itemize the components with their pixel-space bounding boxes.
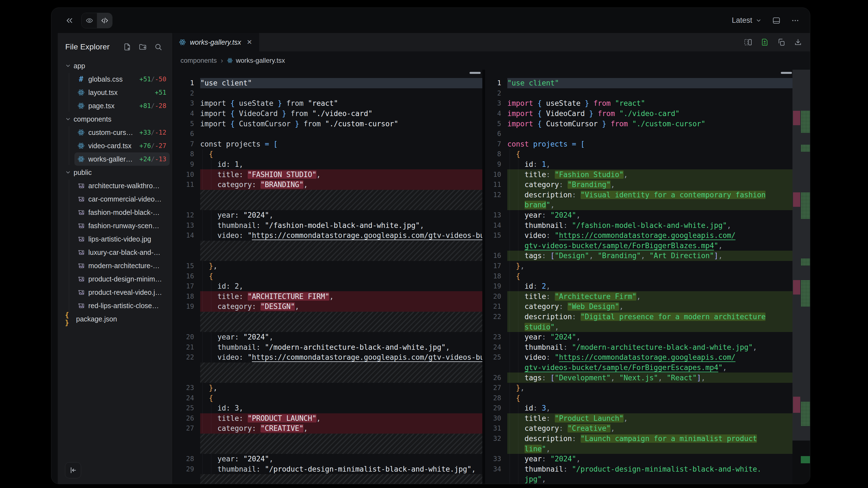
code-line: 3import { useState } from "react"	[173, 98, 482, 108]
file-tree-item-red-lips-artistic-close-[interactable]: red-lips-artistic-close…	[74, 299, 169, 312]
copy-code-button[interactable]	[777, 38, 785, 46]
pane-divider[interactable]	[482, 70, 485, 484]
image-file-icon	[77, 288, 85, 296]
panel-layout-button[interactable]	[772, 17, 780, 25]
diff-stats: +76/-27	[140, 142, 166, 149]
indent-guide	[518, 464, 519, 475]
diff-stats: +33/-12	[140, 129, 166, 136]
folder-plus-icon	[138, 43, 147, 51]
file-tree-item-product-reveal-video.j-[interactable]: product-reveal-video.j…	[74, 286, 169, 299]
diff-ruler-mark-greendark	[801, 456, 810, 463]
line-content: gtv-videos-bucket/sample/ForBiggerEscape…	[507, 362, 793, 373]
folder-row-public[interactable]: public	[62, 166, 169, 179]
indent-guide	[509, 464, 510, 475]
file-name: custom-curs…	[88, 129, 136, 137]
folder-name: components	[73, 115, 166, 123]
file-tree-item-custom-curs-[interactable]: custom-curs…+33/-12	[74, 126, 169, 139]
indent-guide	[203, 261, 203, 271]
file-tree-item-car-commercial-video-[interactable]: car-commercial-video…	[74, 192, 169, 206]
diff-view-button[interactable]	[761, 38, 769, 46]
folder-row-components[interactable]: components	[62, 112, 169, 126]
line-number: 33	[485, 455, 507, 463]
file-tree-item-fashion-runway-scen-[interactable]: fashion-runway-scen…	[74, 219, 169, 232]
file-tree-item-works-galler-[interactable]: works-galler…+24/-13	[74, 153, 169, 166]
close-tab-icon[interactable]: ✕	[247, 38, 252, 46]
file-tree-item-video-card.tsx[interactable]: video-card.tsx+76/-27	[74, 139, 169, 153]
new-folder-button[interactable]	[138, 43, 147, 51]
code-line: 20 title: "Architecture Firm",	[485, 291, 793, 301]
indent-guide	[203, 383, 203, 393]
file-diff-icon	[761, 38, 769, 46]
file-explorer-title: File Explorer	[65, 42, 110, 51]
version-dropdown[interactable]: Latest	[732, 16, 762, 25]
search-files-button[interactable]	[154, 43, 162, 51]
more-options-button[interactable]	[791, 17, 799, 25]
new-file-button[interactable]	[123, 43, 131, 51]
diff-alignment-filler	[200, 241, 482, 261]
preview-eye-toggle[interactable]	[82, 13, 97, 28]
folder-row-app[interactable]: app	[62, 59, 169, 72]
line-number: 16	[173, 272, 200, 280]
download-button[interactable]	[794, 38, 802, 46]
indent-guide	[518, 159, 519, 170]
indent-guide	[203, 423, 203, 433]
code-line: 3import { useState } from "react"	[485, 98, 793, 108]
file-tree-item-fashion-model-black-[interactable]: fashion-model-black-…	[74, 206, 169, 219]
file-tree-item-modern-architecture-[interactable]: modern-architecture-…	[74, 259, 169, 272]
diff-overview-ruler[interactable]	[793, 70, 810, 484]
line-number: 23	[485, 333, 507, 341]
line-number: 31	[485, 424, 507, 432]
code-line: 24 thumbnail: "/modern-architecture-blac…	[485, 342, 793, 352]
chevron-down-icon	[65, 63, 71, 69]
indent-guide	[509, 190, 510, 200]
indent-guide	[203, 149, 203, 159]
line-content: year: "2024",	[507, 332, 793, 342]
file-tree-item-architecture-walkthro-[interactable]: architecture-walkthro…	[74, 179, 169, 192]
indent-guide	[518, 210, 519, 220]
file-tree-item-lips-artistic-video.jpg[interactable]: lips-artistic-video.jpg	[74, 232, 169, 246]
window-left-gutter	[51, 33, 58, 484]
folder-name: app	[73, 62, 166, 70]
code-line: 24 {	[173, 393, 482, 403]
line-content: thumbnail: "/fashion-model-black-and-whi…	[200, 220, 482, 230]
file-name: fashion-runway-scen…	[88, 222, 166, 230]
line-content: },	[200, 383, 482, 393]
line-content	[200, 88, 482, 99]
line-content: title: "Fashion Studio",	[507, 169, 793, 180]
file-tree-item-globals.css[interactable]: #globals.css+51/-50	[74, 72, 169, 86]
tab-works-gallery[interactable]: works-gallery.tsx ✕	[173, 33, 259, 51]
horizontal-scrollbar-thumb[interactable]	[469, 72, 480, 74]
indent-guide	[509, 200, 510, 210]
file-name: architecture-walkthro…	[88, 182, 166, 190]
breadcrumb-components[interactable]: components	[181, 57, 217, 64]
line-content: const projects = [	[507, 139, 793, 149]
tab-bar: works-gallery.tsx ✕	[173, 33, 810, 51]
indent-guide	[518, 281, 519, 291]
line-number: 2	[485, 89, 507, 97]
line-content: import { CustomCursor } from "./custom-c…	[507, 119, 793, 129]
code-view-toggle[interactable]	[97, 13, 112, 28]
indent-guide	[509, 271, 510, 281]
indent-guide	[211, 230, 211, 241]
diff-stats: +24/-13	[140, 156, 166, 163]
collapse-panel-button[interactable]	[65, 16, 74, 25]
file-tree-item-luxury-car-black-and-[interactable]: luxury-car-black-and-…	[74, 246, 169, 259]
line-number: 29	[485, 404, 507, 412]
indent-guide	[518, 332, 519, 342]
indent-guide	[509, 180, 510, 190]
line-number: 3	[485, 99, 507, 107]
file-tree-item-product-design-minim-[interactable]: product-design-minim…	[74, 272, 169, 286]
line-content: category: "Branding",	[507, 180, 793, 190]
split-view-button[interactable]	[744, 38, 752, 46]
indent-guide	[203, 393, 203, 403]
code-line: 31 category: "Creative",	[485, 423, 793, 433]
diff-view: 1"use client"23import { useState } from …	[173, 70, 810, 484]
line-content: import { useState } from "react"	[507, 98, 793, 108]
indent-guide	[518, 241, 519, 251]
indent-guide	[518, 433, 519, 444]
file-tree-item-package.json[interactable]: { }package.json	[62, 312, 169, 326]
file-tree-item-page.tsx[interactable]: page.tsx+81/-28	[74, 99, 169, 112]
horizontal-scrollbar-thumb[interactable]	[781, 72, 792, 74]
file-tree-item-layout.tsx[interactable]: layout.tsx+51	[74, 86, 169, 99]
collapse-sidebar-button[interactable]	[65, 462, 81, 478]
